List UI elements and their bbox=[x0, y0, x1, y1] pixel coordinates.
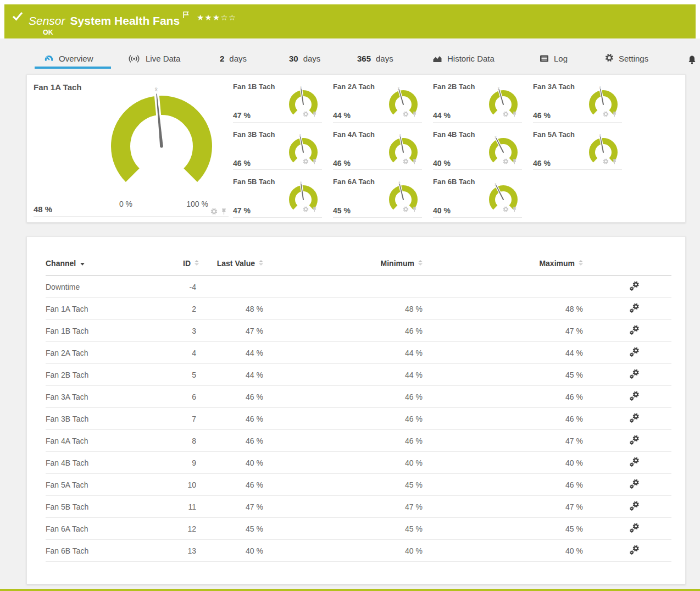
small-gauge-cell: Fan 4B Tach x̄ 40 % bbox=[433, 123, 522, 170]
gauge-settings-icon[interactable] bbox=[303, 205, 309, 214]
gauge-settings-icon[interactable] bbox=[403, 157, 409, 167]
actions-cell bbox=[583, 386, 671, 408]
pin-icon[interactable] bbox=[412, 157, 418, 167]
last-value-cell: 44 % bbox=[196, 342, 263, 364]
bell-icon[interactable] bbox=[687, 55, 697, 65]
gauge-settings-icon[interactable] bbox=[503, 205, 509, 214]
gauge-value: 46 % bbox=[233, 159, 251, 168]
pin-icon[interactable] bbox=[312, 157, 318, 167]
priority-stars[interactable]: ★★★☆☆ bbox=[197, 13, 237, 22]
gauge-settings-icon[interactable] bbox=[403, 205, 409, 214]
gauge-title: Fan 1A Tach bbox=[34, 82, 82, 92]
column-header-channel[interactable]: Channel bbox=[46, 252, 183, 276]
table-row: Fan 2A Tach 4 44 % 44 % 44 % bbox=[46, 342, 671, 364]
tab-log[interactable]: Log bbox=[540, 48, 568, 69]
tab-settings-label: Settings bbox=[619, 54, 648, 63]
channel-settings-icon[interactable] bbox=[629, 501, 640, 513]
channel-settings-icon[interactable] bbox=[629, 347, 640, 359]
table-row: Fan 6A Tach 12 45 % 45 % 45 % bbox=[46, 518, 671, 540]
last-value-cell: 46 % bbox=[196, 408, 263, 430]
minimum-cell: 46 % bbox=[263, 386, 423, 408]
tab-live-data[interactable]: Live Data bbox=[127, 48, 180, 69]
tab-365-days[interactable]: 365 days bbox=[357, 48, 393, 69]
channel-settings-icon[interactable] bbox=[629, 413, 640, 425]
gauge-title: Fan 6B Tach bbox=[433, 178, 475, 186]
gauge-scale-min: 0 % bbox=[109, 200, 142, 208]
gauge-settings-icon[interactable] bbox=[403, 109, 409, 119]
gauge-settings-icon[interactable] bbox=[210, 207, 218, 217]
pin-icon[interactable] bbox=[220, 207, 227, 217]
tab-bar: Overview Live Data 2 days 30 days 365 da… bbox=[0, 48, 700, 69]
channel-settings-icon[interactable] bbox=[629, 457, 640, 469]
gauge-settings-icon[interactable] bbox=[603, 109, 609, 119]
tab-log-label: Log bbox=[554, 54, 568, 63]
channel-settings-icon[interactable] bbox=[629, 479, 640, 491]
table-row: Fan 4A Tach 8 46 % 46 % 47 % bbox=[46, 430, 671, 452]
tab-2-days[interactable]: 2 days bbox=[220, 48, 247, 69]
pin-icon[interactable] bbox=[612, 109, 618, 119]
maximum-cell: 46 % bbox=[423, 386, 583, 408]
gauge-settings-icon[interactable] bbox=[503, 109, 509, 119]
gear-icon bbox=[605, 53, 614, 64]
actions-cell bbox=[583, 452, 671, 474]
actions-cell bbox=[583, 320, 671, 342]
maximum-cell: 40 % bbox=[423, 452, 583, 474]
channel-cell: Fan 3A Tach bbox=[46, 386, 183, 408]
gauges-panel: Fan 1A Tach x̄ 0 % 100 % 48 % Fan 1B Tac… bbox=[26, 74, 686, 223]
pin-icon[interactable] bbox=[312, 109, 318, 119]
gauge-settings-icon[interactable] bbox=[503, 157, 509, 167]
gauge-value: 48 % bbox=[34, 205, 52, 214]
channel-settings-icon[interactable] bbox=[629, 325, 640, 337]
column-header-minimum[interactable]: Minimum bbox=[263, 252, 423, 276]
small-gauge-cell: Fan 5A Tach x̄ 46 % bbox=[533, 123, 622, 170]
channel-cell: Fan 2B Tach bbox=[46, 364, 183, 386]
maximum-cell bbox=[423, 276, 583, 298]
tab-overview-label: Overview bbox=[59, 54, 93, 63]
sort-icon bbox=[259, 260, 263, 266]
channel-settings-icon[interactable] bbox=[629, 303, 640, 315]
tab-settings[interactable]: Settings bbox=[605, 48, 648, 69]
last-value-cell: 46 % bbox=[196, 386, 263, 408]
pin-icon[interactable] bbox=[512, 157, 518, 167]
gauge-settings-icon[interactable] bbox=[303, 109, 309, 119]
page-title: System Health Fans bbox=[70, 14, 180, 27]
actions-cell bbox=[583, 518, 671, 540]
sensor-header: SensorSystem Health Fans★★★☆☆ OK bbox=[4, 4, 696, 38]
gauge-value: 44 % bbox=[333, 111, 351, 120]
status-check-icon bbox=[12, 12, 23, 21]
id-cell: 11 bbox=[183, 496, 196, 518]
small-gauge-cell: Fan 4A Tach x̄ 46 % bbox=[333, 123, 422, 170]
pin-icon[interactable] bbox=[312, 205, 318, 214]
tab-overview[interactable]: Overview bbox=[35, 48, 111, 69]
channel-settings-icon[interactable] bbox=[629, 523, 640, 535]
column-header-maximum[interactable]: Maximum bbox=[423, 252, 583, 276]
pin-icon[interactable] bbox=[512, 109, 518, 119]
channel-settings-icon[interactable] bbox=[629, 435, 640, 447]
svg-text:x̄: x̄ bbox=[154, 86, 158, 92]
column-header-id[interactable]: ID bbox=[183, 252, 196, 276]
pin-icon[interactable] bbox=[412, 205, 418, 214]
tab-30-days[interactable]: 30 days bbox=[289, 48, 320, 69]
pin-icon[interactable] bbox=[612, 157, 618, 167]
id-cell: 7 bbox=[183, 408, 196, 430]
column-header-last-value[interactable]: Last Value bbox=[196, 252, 263, 276]
id-cell: 5 bbox=[183, 364, 196, 386]
maximum-cell: 44 % bbox=[423, 342, 583, 364]
minimum-cell bbox=[263, 276, 423, 298]
pin-icon[interactable] bbox=[512, 205, 518, 214]
sort-icon bbox=[195, 260, 199, 266]
gauge-settings-icon[interactable] bbox=[303, 157, 309, 167]
gauge-settings-icon[interactable] bbox=[603, 157, 609, 167]
pin-icon[interactable] bbox=[412, 109, 418, 119]
small-gauge-cell: Fan 3A Tach x̄ 46 % bbox=[533, 75, 622, 123]
gauge-value: 46 % bbox=[533, 111, 551, 120]
channel-settings-icon[interactable] bbox=[629, 281, 640, 293]
channel-settings-icon[interactable] bbox=[629, 391, 640, 403]
tab-historic-data[interactable]: Historic Data bbox=[432, 48, 495, 69]
channel-settings-icon[interactable] bbox=[629, 545, 640, 557]
minimum-cell: 46 % bbox=[263, 408, 423, 430]
channel-settings-icon[interactable] bbox=[629, 369, 640, 381]
minimum-cell: 44 % bbox=[263, 364, 423, 386]
table-row: Fan 2B Tach 5 44 % 44 % 45 % bbox=[46, 364, 671, 386]
minimum-cell: 40 % bbox=[263, 452, 423, 474]
